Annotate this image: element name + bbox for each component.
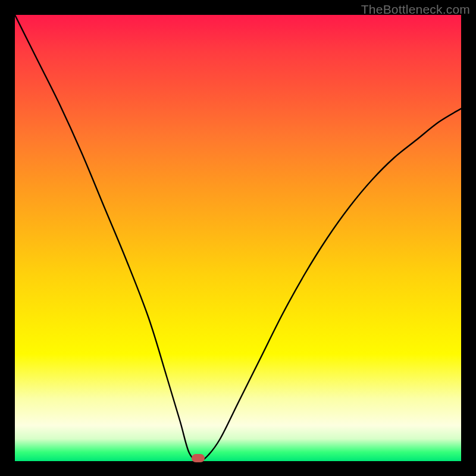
chart-container: TheBottleneck.com [0,0,476,476]
bottleneck-curve [15,15,461,461]
plot-area [15,15,461,461]
optimal-marker [192,454,205,462]
curve-svg [15,15,461,461]
